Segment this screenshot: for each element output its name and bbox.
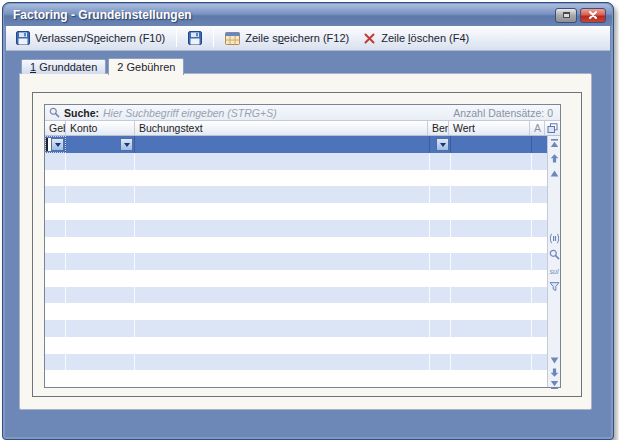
table-row[interactable] (45, 320, 547, 337)
tab-grunddaten[interactable]: 1 Grunddaten (21, 59, 106, 74)
konto-edit-cell[interactable] (66, 136, 135, 153)
column-header-geb[interactable]: Geb (45, 121, 66, 135)
table-row[interactable] (45, 370, 547, 387)
summary-icon: sul (549, 265, 560, 276)
save-row-label: Zeile speichern (F12) (245, 32, 349, 44)
data-grid: Suche: Anzahl Datensätze: 0 Geb Konto Bu… (44, 104, 561, 388)
red-x-icon (363, 32, 376, 45)
table-row[interactable] (45, 354, 547, 371)
filter-icon (549, 281, 560, 292)
table-row[interactable] (45, 220, 547, 237)
table-row[interactable] (45, 237, 547, 254)
table-card-icon (225, 32, 240, 45)
table-row[interactable] (45, 153, 547, 170)
delete-row-label: Zeile löschen (F4) (381, 32, 469, 44)
zoom-button[interactable] (549, 249, 560, 260)
table-row[interactable] (45, 186, 547, 203)
exit-save-button[interactable]: Verlassen/Speichern (F10) (10, 29, 171, 47)
buchungstext-edit-cell[interactable] (135, 136, 430, 153)
grid-body: sul (45, 136, 560, 387)
delete-row-button[interactable]: Zeile löschen (F4) (357, 30, 475, 47)
table-row[interactable] (45, 170, 547, 187)
last-row-button[interactable] (549, 379, 560, 390)
save-row-button[interactable]: Zeile speichern (F12) (219, 30, 355, 47)
tab-strip: 1 Grunddaten 2 Gebühren (21, 56, 184, 74)
svg-text:sul: sul (550, 268, 559, 275)
filter-button[interactable] (549, 281, 560, 292)
search-icon (49, 107, 60, 118)
geb-edit-cell[interactable] (45, 136, 66, 153)
magnifier-icon (549, 249, 560, 260)
restore-button[interactable] (555, 8, 577, 23)
search-label: Suche: (64, 107, 99, 119)
column-header-a[interactable]: A (530, 121, 545, 135)
triangle-down-icon (549, 355, 560, 366)
table-row[interactable] (45, 253, 547, 270)
window-title: Factoring - Grundeinstellungen (13, 8, 192, 22)
column-header-wert[interactable]: Wert (449, 121, 530, 135)
grid-rows (45, 136, 547, 387)
next-row-button[interactable] (549, 355, 560, 366)
app-window: Factoring - Grundeinstellungen Verlassen… (2, 2, 614, 440)
floppy-disk-icon (16, 31, 30, 45)
wert-edit-cell[interactable] (451, 136, 532, 153)
selected-row[interactable] (45, 136, 547, 153)
empty-rows (45, 153, 547, 387)
column-header-buchungstext[interactable]: Buchungstext (135, 121, 428, 135)
close-button[interactable] (580, 8, 606, 23)
grid-header-row: Geb Konto Buchungstext Bere Wert A (45, 121, 560, 136)
konto-dropdown-button[interactable] (120, 138, 133, 151)
search-input[interactable] (103, 107, 453, 119)
toolbar: Verlassen/Speichern (F10) Zeile speicher… (6, 26, 610, 51)
restore-icon (563, 12, 570, 18)
page-down-button[interactable] (549, 367, 560, 378)
grid-nav-strip: sul (547, 136, 560, 387)
toolbar-separator (176, 29, 177, 47)
a-edit-cell[interactable] (532, 136, 547, 153)
floppy-disk-icon (188, 31, 202, 45)
record-count: Anzahl Datensätze: 0 (453, 107, 556, 119)
fit-columns-button[interactable] (549, 233, 560, 244)
page-up-icon (549, 153, 560, 164)
bere-dropdown-button[interactable] (436, 138, 449, 151)
exit-save-label: Verlassen/Speichern (F10) (35, 32, 165, 44)
save-button[interactable] (182, 29, 208, 47)
fit-columns-icon (549, 233, 560, 244)
titlebar[interactable]: Factoring - Grundeinstellungen (4, 4, 612, 26)
tab-panel-gebuehren: Suche: Anzahl Datensätze: 0 Geb Konto Bu… (19, 73, 592, 410)
stacked-cards-icon (547, 123, 558, 134)
table-row[interactable] (45, 203, 547, 220)
tab-gebuehren[interactable]: 2 Gebühren (108, 58, 184, 75)
chevron-down-icon (55, 143, 61, 147)
window-controls (555, 8, 606, 23)
chevron-down-icon (124, 143, 130, 147)
bere-edit-cell[interactable] (430, 136, 451, 153)
table-row[interactable] (45, 303, 547, 320)
page-down-icon (549, 367, 560, 378)
close-icon (588, 10, 598, 20)
summary-button[interactable]: sul (549, 265, 560, 276)
geb-dropdown-button[interactable] (51, 138, 64, 151)
last-row-icon (549, 379, 560, 390)
table-row[interactable] (45, 337, 547, 354)
first-row-button[interactable] (549, 138, 560, 149)
chevron-down-icon (440, 143, 446, 147)
previous-row-button[interactable] (549, 168, 560, 179)
table-row[interactable] (45, 270, 547, 287)
column-chooser-button[interactable] (545, 121, 560, 135)
grid-search-bar: Suche: Anzahl Datensätze: 0 (45, 105, 560, 121)
table-row[interactable] (45, 287, 547, 304)
toolbar-separator (213, 29, 214, 47)
page-up-button[interactable] (549, 153, 560, 164)
column-header-bere[interactable]: Bere (428, 121, 449, 135)
column-header-konto[interactable]: Konto (66, 121, 135, 135)
first-row-icon (549, 138, 560, 149)
triangle-up-icon (549, 168, 560, 179)
